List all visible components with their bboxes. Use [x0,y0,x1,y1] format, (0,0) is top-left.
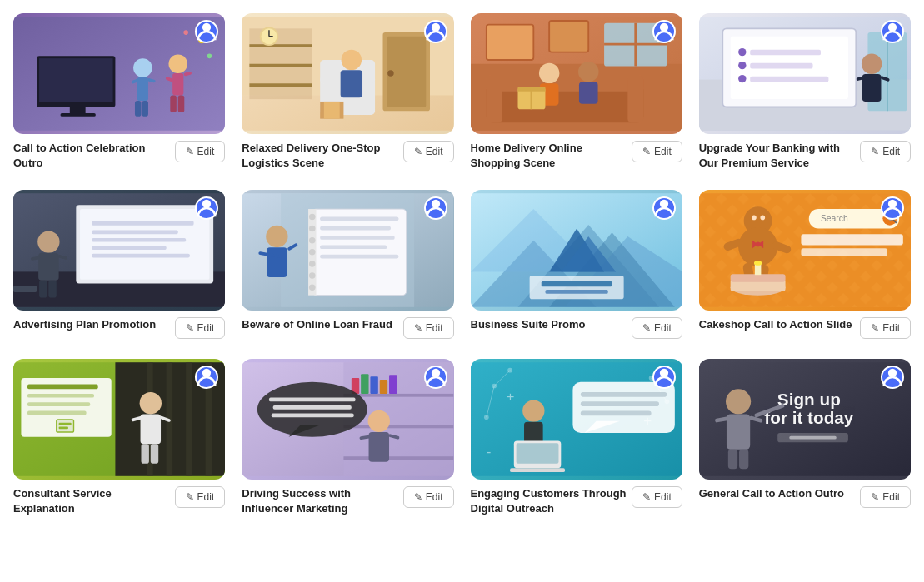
svg-point-93 [202,200,211,208]
edit-button-7[interactable]: ✎Edit [632,317,682,339]
svg-point-110 [266,226,287,247]
edit-icon-11: ✎ [642,491,651,503]
card-thumbnail-8: Search 🔍 [699,190,911,311]
avatar-badge-3[interactable] [652,20,676,43]
svg-rect-181 [361,374,368,394]
card-thumbnail-7 [471,190,682,311]
svg-rect-84 [92,246,166,250]
svg-rect-9 [135,101,142,117]
avatar-badge-10[interactable] [424,366,447,389]
svg-rect-96 [312,209,407,296]
svg-point-20 [202,23,211,32]
svg-point-143 [752,216,757,221]
svg-text:+: + [506,389,514,405]
card-3: Home Delivery Online Shopping Scene✎Edit [471,13,682,173]
card-title-12: General Call to Action Outro [699,486,856,501]
svg-rect-183 [380,380,387,394]
svg-rect-47 [486,76,502,123]
edit-button-8[interactable]: ✎Edit [860,317,911,339]
svg-point-104 [309,285,316,291]
svg-rect-83 [92,238,186,242]
avatar-badge-4[interactable] [881,20,904,43]
card-footer-10: Driving Success with Influencer Marketin… [242,480,453,519]
svg-rect-15 [170,95,177,112]
card-title-11: Engaging Customers Through Digital Outre… [471,486,627,515]
card-8: Search 🔍 [699,190,911,342]
svg-rect-227 [728,450,737,470]
svg-rect-210 [580,401,658,406]
avatar-badge-8[interactable] [881,196,904,220]
svg-rect-207 [572,382,674,433]
edit-icon-2: ✎ [414,146,422,157]
svg-rect-55 [578,82,597,103]
card-title-9: Consultant Service Explanation [13,486,170,515]
card-footer-6: Beware of Online Loan Fraud✎Edit [242,311,453,342]
edit-button-2[interactable]: ✎Edit [403,141,454,162]
avatar-badge-7[interactable] [652,196,676,220]
card-title-6: Beware of Online Loan Fraud [242,317,398,332]
svg-point-101 [309,249,316,256]
svg-rect-27 [250,44,312,47]
svg-rect-182 [371,376,378,394]
card-thumbnail-9 [13,359,225,480]
edit-icon-3: ✎ [642,146,651,157]
avatar-badge-9[interactable] [195,366,218,389]
svg-rect-4 [61,113,96,117]
svg-rect-67 [750,63,812,69]
edit-icon-6: ✎ [414,322,422,334]
svg-point-11 [168,54,187,73]
card-thumbnail-12: Sign up for it today [699,359,911,480]
svg-rect-90 [39,281,47,298]
svg-point-98 [309,214,316,221]
edit-button-12[interactable]: ✎Edit [860,486,911,508]
svg-point-40 [431,23,439,32]
card-footer-12: General Call to Action Outro✎Edit [699,480,911,511]
svg-rect-26 [250,28,312,99]
edit-button-3[interactable]: ✎Edit [632,141,682,162]
svg-rect-162 [27,394,94,398]
avatar-badge-11[interactable] [652,366,676,389]
svg-rect-224 [727,414,750,449]
svg-point-76 [888,23,897,32]
edit-label-12: Edit [882,491,900,503]
svg-rect-173 [151,444,158,464]
svg-rect-43 [486,25,533,60]
card-9: Consultant Service Explanation✎Edit [13,359,225,519]
edit-label-8: Edit [882,322,900,334]
edit-button-5[interactable]: ✎Edit [175,317,226,339]
avatar-badge-12[interactable] [881,366,904,389]
svg-rect-82 [92,231,178,235]
svg-rect-106 [320,226,391,231]
svg-point-153 [888,200,897,208]
avatar-badge-5[interactable] [195,196,218,220]
svg-point-99 [309,226,316,232]
edit-label-5: Edit [197,322,215,334]
edit-icon-7: ✎ [642,322,651,334]
edit-button-1[interactable]: ✎Edit [175,141,226,162]
svg-rect-161 [27,385,98,390]
edit-button-6[interactable]: ✎Edit [403,317,454,339]
svg-rect-80 [80,209,209,280]
edit-icon-10: ✎ [414,491,422,503]
card-11: + + - Engaging Customers Thro [471,359,682,519]
svg-rect-211 [580,411,651,416]
svg-rect-111 [267,247,287,277]
svg-rect-44 [549,21,588,52]
svg-point-194 [431,369,439,377]
edit-label-1: Edit [197,146,215,157]
svg-text:Sign up: Sign up [777,390,841,409]
card-thumbnail-10 [242,359,453,480]
edit-button-4[interactable]: ✎Edit [860,141,911,162]
edit-button-9[interactable]: ✎Edit [175,486,226,508]
svg-rect-163 [27,402,90,406]
avatar-badge-6[interactable] [424,196,447,220]
avatar-badge-2[interactable] [424,20,447,43]
svg-rect-92 [13,286,37,292]
svg-point-138 [738,227,777,266]
avatar-badge-1[interactable] [195,20,218,43]
edit-button-10[interactable]: ✎Edit [403,486,454,508]
card-footer-4: Upgrade Your Banking with Our Premium Se… [699,134,911,173]
card-footer-3: Home Delivery Online Shopping Scene✎Edit [471,134,682,173]
edit-button-11[interactable]: ✎Edit [632,486,682,508]
svg-rect-69 [750,77,828,82]
